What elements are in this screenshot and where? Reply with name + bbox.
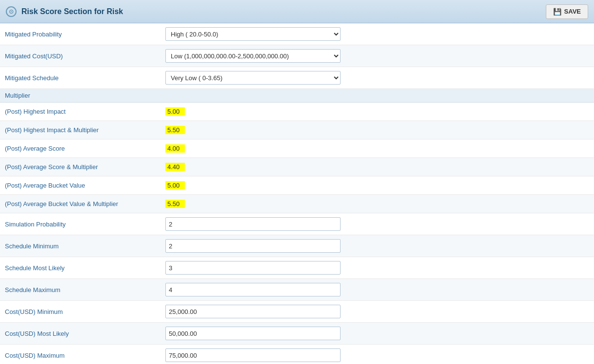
post-average-bucket-multiplier-value: 5.50 [165, 200, 589, 208]
simulation-probability-label: Simulation Probability [5, 221, 165, 228]
mitigated-cost-row: Mitigated Cost(USD) Low (1,000,000,000.0… [0, 45, 594, 67]
post-average-score-multiplier-label: (Post) Average Score & Multiplier [5, 163, 165, 171]
page-wrapper: ⊙ Risk Score Section for Risk 💾 SAVE Mit… [0, 0, 594, 364]
post-average-bucket-multiplier-row: (Post) Average Bucket Value & Multiplier… [0, 195, 594, 213]
post-highest-impact-value: 5.00 [165, 107, 589, 116]
post-average-score-row: (Post) Average Score 4.00 [0, 139, 594, 158]
cost-usd-minimum-value [165, 305, 589, 318]
post-average-bucket-multiplier-label: (Post) Average Bucket Value & Multiplier [5, 200, 165, 208]
post-highest-impact-multiplier-row: (Post) Highest Impact & Multiplier 5.50 [0, 121, 594, 139]
post-highest-impact-multiplier-value: 5.50 [165, 126, 589, 134]
schedule-maximum-input[interactable] [165, 283, 341, 296]
cost-usd-maximum-value [165, 348, 589, 362]
post-average-score-label: (Post) Average Score [5, 145, 165, 152]
mitigated-probability-value: High ( 20.0-50.0) Low (0-10.0) Medium (1… [165, 27, 589, 41]
mitigated-probability-row: Mitigated Probability High ( 20.0-50.0) … [0, 23, 594, 45]
simulation-probability-input[interactable] [165, 217, 341, 231]
post-average-bucket-value-label: (Post) Average Bucket Value [5, 182, 165, 189]
schedule-most-likely-label: Schedule Most Likely [5, 264, 165, 272]
simulation-probability-row: Simulation Probability [0, 213, 594, 235]
post-average-score-multiplier-row: (Post) Average Score & Multiplier 4.40 [0, 158, 594, 176]
cost-usd-most-likely-value [165, 327, 589, 340]
cost-usd-maximum-row: Cost(USD) Maximum [0, 345, 594, 364]
post-highest-impact-badge: 5.00 [165, 107, 185, 116]
schedule-most-likely-row: Schedule Most Likely [0, 257, 594, 279]
schedule-minimum-input[interactable] [165, 239, 341, 253]
mitigated-cost-label: Mitigated Cost(USD) [5, 52, 165, 60]
save-icon: 💾 [553, 8, 561, 16]
mitigated-probability-label: Mitigated Probability [5, 31, 165, 38]
schedule-most-likely-value [165, 261, 589, 275]
post-average-score-multiplier-value: 4.40 [165, 163, 589, 171]
cost-usd-most-likely-input[interactable] [165, 327, 341, 340]
mitigated-schedule-row: Mitigated Schedule Very Low ( 0-3.65) Lo… [0, 67, 594, 89]
post-highest-impact-multiplier-badge: 5.50 [165, 126, 185, 134]
form-content: Mitigated Probability High ( 20.0-50.0) … [0, 23, 594, 364]
section-icon: ⊙ [6, 6, 17, 17]
cost-usd-minimum-row: Cost(USD) Minimum [0, 301, 594, 323]
cost-usd-minimum-input[interactable] [165, 305, 341, 318]
save-label: SAVE [564, 8, 581, 15]
schedule-minimum-value [165, 239, 589, 253]
cost-usd-minimum-label: Cost(USD) Minimum [5, 308, 165, 315]
post-highest-impact-label: (Post) Highest Impact [5, 108, 165, 115]
post-highest-impact-multiplier-label: (Post) Highest Impact & Multiplier [5, 126, 165, 134]
post-average-bucket-value-value: 5.00 [165, 181, 589, 190]
simulation-probability-value [165, 217, 589, 231]
cost-usd-most-likely-label: Cost(USD) Most Likely [5, 330, 165, 337]
multiplier-section-header: Multiplier [0, 89, 594, 103]
mitigated-schedule-label: Mitigated Schedule [5, 74, 165, 82]
save-button[interactable]: 💾 SAVE [546, 4, 588, 19]
page-title: Risk Score Section for Risk [21, 7, 123, 16]
mitigated-cost-select[interactable]: Low (1,000,000,000.00-2,500,000,000.00) … [165, 49, 341, 63]
schedule-maximum-value [165, 283, 589, 296]
mitigated-schedule-select[interactable]: Very Low ( 0-3.65) Low Medium High [165, 71, 341, 85]
post-average-score-multiplier-badge: 4.40 [165, 163, 185, 171]
page-header: ⊙ Risk Score Section for Risk 💾 SAVE [0, 0, 594, 23]
mitigated-schedule-value: Very Low ( 0-3.65) Low Medium High [165, 71, 589, 85]
cost-usd-maximum-input[interactable] [165, 348, 341, 362]
post-highest-impact-row: (Post) Highest Impact 5.00 [0, 103, 594, 121]
multiplier-label: Multiplier [5, 92, 30, 99]
mitigated-cost-value: Low (1,000,000,000.00-2,500,000,000.00) … [165, 49, 589, 63]
schedule-maximum-row: Schedule Maximum [0, 279, 594, 301]
schedule-most-likely-input[interactable] [165, 261, 341, 275]
mitigated-probability-select[interactable]: High ( 20.0-50.0) Low (0-10.0) Medium (1… [165, 27, 341, 41]
post-average-bucket-value-row: (Post) Average Bucket Value 5.00 [0, 176, 594, 195]
schedule-maximum-label: Schedule Maximum [5, 286, 165, 294]
schedule-minimum-row: Schedule Minimum [0, 235, 594, 257]
cost-usd-most-likely-row: Cost(USD) Most Likely [0, 323, 594, 345]
schedule-minimum-label: Schedule Minimum [5, 243, 165, 250]
header-left: ⊙ Risk Score Section for Risk [6, 6, 123, 17]
post-average-bucket-value-badge: 5.00 [165, 181, 185, 190]
post-average-bucket-multiplier-badge: 5.50 [165, 200, 185, 208]
post-average-score-value: 4.00 [165, 144, 589, 153]
cost-usd-maximum-label: Cost(USD) Maximum [5, 352, 165, 359]
post-average-score-badge: 4.00 [165, 144, 185, 153]
